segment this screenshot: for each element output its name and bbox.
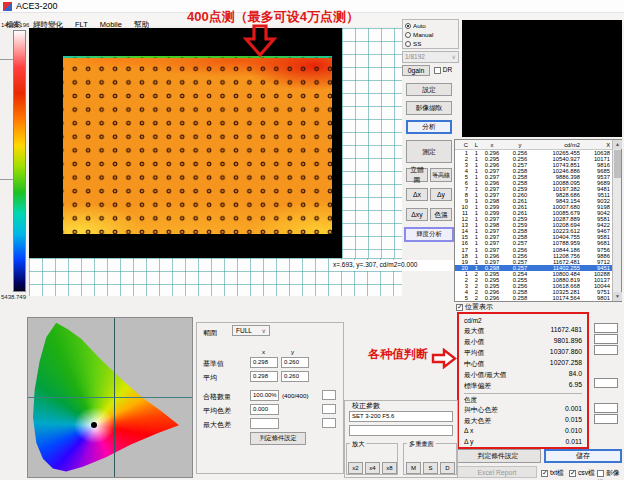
window-title: ACE3-200: [16, 1, 58, 11]
avg-diff-label: 平均色差: [203, 406, 231, 416]
stat-row: Δ y0.011: [464, 438, 582, 449]
color-temp-button[interactable]: 色溫: [430, 208, 452, 221]
limit-input-center-diff[interactable]: [594, 403, 618, 413]
scroll-down-icon[interactable]: ▼: [613, 292, 622, 301]
position-display-checkbox[interactable]: 位置表示: [456, 302, 493, 312]
pass-limit-box[interactable]: [322, 390, 336, 400]
measure-button[interactable]: 測定: [406, 140, 452, 163]
limit-input-max[interactable]: [594, 323, 618, 333]
col-x-header: x: [262, 348, 265, 355]
limit-input-min[interactable]: [594, 334, 618, 344]
range-judge-button[interactable]: 判定條件設定: [250, 432, 306, 445]
colorbar-min-label: 5438.749: [1, 294, 26, 300]
multi-button-d[interactable]: D: [440, 462, 455, 474]
radio-ss-icon[interactable]: [405, 41, 411, 47]
analyze-button[interactable]: 分析: [406, 120, 452, 134]
table-scrollbar[interactable]: ▲ ▼: [612, 140, 621, 301]
average-x-field[interactable]: 0.298: [250, 371, 278, 382]
image-capture-button[interactable]: 影像擷取: [406, 101, 452, 115]
shutter-select[interactable]: 1/8192: [402, 51, 459, 63]
zoom-button-x2[interactable]: x2: [348, 462, 363, 474]
multi-button-s[interactable]: S: [423, 462, 438, 474]
stat-label: Δ x: [464, 427, 473, 438]
colorbar-max-label: 14586.196: [1, 22, 29, 28]
measurement-table[interactable]: CLxycd/m2X 110.2960.25610265.45510638210…: [454, 139, 622, 302]
csv-checkbox-icon[interactable]: [569, 470, 576, 477]
range-select[interactable]: FULL: [232, 325, 270, 336]
avg-diff-field[interactable]: 0.000: [250, 404, 279, 415]
zero-gain-button[interactable]: 0gain: [402, 65, 430, 76]
radio-manual[interactable]: Manual: [405, 30, 456, 39]
multi-button-m[interactable]: M: [406, 462, 421, 474]
stat-row: Δ x0.010: [464, 427, 582, 438]
stat-value: 11672.481: [550, 326, 582, 337]
measurement-table-body[interactable]: 110.2960.25610265.45510638210.2950.25610…: [455, 150, 621, 301]
stat-row: 與中心色差0.001: [464, 405, 582, 416]
excel-report-button[interactable]: Excel Report: [457, 466, 537, 478]
stat-label: 平均值: [464, 348, 484, 359]
settings-button[interactable]: 設定: [406, 83, 452, 96]
lum-rows: 最大值11672.481最小值9801.896平均值10307.860中心值10…: [464, 326, 582, 392]
csv-file-checkbox[interactable]: csv檔: [569, 468, 595, 478]
scrollbar-thumb[interactable]: [614, 150, 621, 178]
delta-y-button[interactable]: Δy: [430, 188, 452, 201]
avg-diff-limit-box[interactable]: [322, 404, 336, 414]
limit-input-stddev[interactable]: [594, 378, 618, 388]
image-checkbox-icon[interactable]: [597, 470, 604, 477]
limit-input-avg[interactable]: [594, 345, 618, 355]
delta-xy-button[interactable]: Δxy: [406, 208, 428, 221]
max-diff-field[interactable]: [250, 418, 279, 429]
stat-label: 標準偏差: [464, 381, 491, 392]
reference-y-field[interactable]: 0.260: [281, 357, 309, 368]
cie-crosshair-horizontal: [28, 397, 193, 398]
stat-value: 10307.860: [550, 348, 582, 359]
calibration-value-field[interactable]: SET 3-200 F5.6: [349, 411, 453, 422]
camera-preview[interactable]: [462, 20, 622, 137]
dr-checkbox[interactable]: DR: [434, 66, 452, 74]
position-checkbox-icon[interactable]: [456, 304, 463, 311]
calibration-value2-field[interactable]: [349, 425, 453, 436]
scroll-up-icon[interactable]: ▲: [613, 140, 622, 149]
delta-x-button[interactable]: Δx: [406, 188, 428, 201]
dr-checkbox-icon[interactable]: [434, 67, 441, 74]
save-button[interactable]: 儲存: [544, 449, 622, 463]
reference-x-field[interactable]: 0.298: [250, 357, 278, 368]
zoom-button-x8[interactable]: x8: [382, 462, 397, 474]
table-cell: 0.296: [478, 295, 506, 301]
radio-auto-icon[interactable]: [405, 23, 411, 29]
image-file-checkbox[interactable]: 影像檔: [597, 468, 624, 480]
stereo-view-button[interactable]: 立體圖: [406, 168, 428, 182]
table-cell: 5: [455, 295, 468, 301]
contour-button[interactable]: 等高線: [430, 168, 452, 182]
stat-value: 0.001: [565, 405, 582, 416]
cie-white-point-marker: [91, 422, 97, 428]
stat-row: 標準偏差6.95: [464, 381, 582, 392]
radio-auto[interactable]: Auto: [405, 21, 456, 30]
stat-row: 最大值11672.481: [464, 326, 582, 337]
txt-file-checkbox[interactable]: txt檔: [541, 468, 564, 478]
limit-input-max-diff[interactable]: [594, 414, 618, 424]
judge-condition-button[interactable]: 判定條件設定: [455, 449, 541, 463]
table-header-cell: C: [455, 142, 468, 148]
stat-row: 最大色差0.015: [464, 416, 582, 427]
zoom-group-label: 放大: [350, 440, 366, 449]
radio-ss[interactable]: SS: [405, 39, 456, 48]
stat-label: 最大色差: [464, 416, 491, 427]
reference-label: 基準值: [203, 359, 224, 369]
calibration-title: 校正參數: [350, 401, 382, 411]
cie-chromaticity-diagram[interactable]: [27, 317, 193, 478]
average-y-field[interactable]: 0.260: [281, 371, 309, 382]
stats-panel: cd/m2 最大值11672.481最小值9801.896平均值10307.86…: [457, 312, 589, 449]
chroma-rows: 與中心色差0.001最大色差0.015Δ x0.010Δ y0.011: [464, 405, 582, 449]
table-header-cell: cd/m2: [534, 142, 580, 148]
luminance-analysis-button[interactable]: 輝度分析: [404, 227, 454, 242]
radio-manual-icon[interactable]: [405, 32, 411, 38]
stat-value: 0.011: [565, 438, 582, 449]
radio-ss-label: SS: [413, 40, 421, 47]
txt-checkbox-icon[interactable]: [541, 470, 548, 477]
table-row[interactable]: 520.2960.25810174.5649801: [455, 295, 621, 301]
max-diff-limit-box[interactable]: [322, 418, 336, 428]
col-y-header: y: [291, 348, 294, 355]
zoom-button-x4[interactable]: x4: [365, 462, 380, 474]
luminance-colorbar: [13, 30, 26, 292]
